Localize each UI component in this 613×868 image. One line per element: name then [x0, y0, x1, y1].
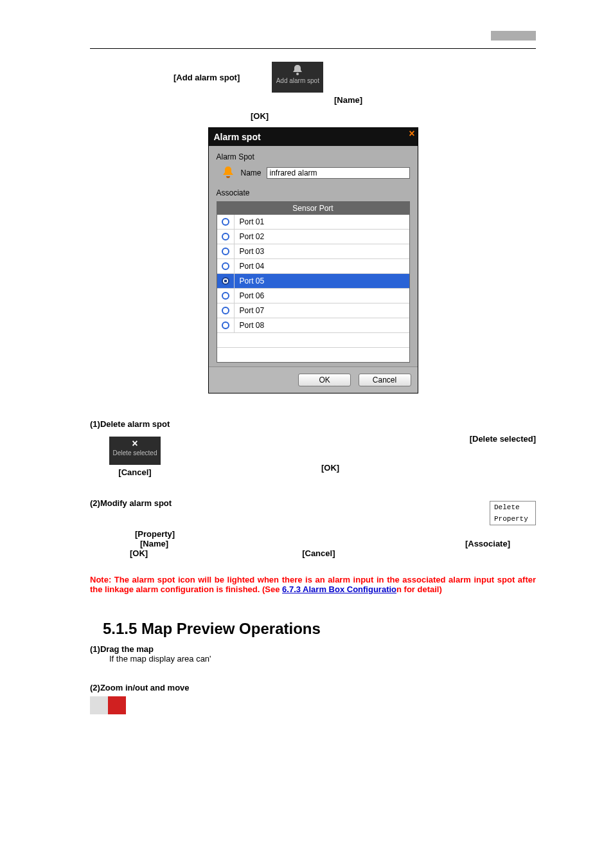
port-row[interactable]: Port 02: [217, 229, 409, 244]
header-grey-block: [491, 31, 536, 41]
associate-label: Associate: [217, 188, 410, 197]
label-ok-2: [OK]: [321, 463, 339, 473]
label-ok-3: [OK]: [130, 548, 148, 558]
heading-drag-the-map: (1)Drag the map: [90, 644, 536, 654]
bell-icon: [291, 64, 304, 76]
radio-icon[interactable]: [222, 321, 229, 329]
radio-icon[interactable]: [222, 218, 229, 226]
close-icon[interactable]: ×: [409, 129, 414, 138]
ctx-menu-property[interactable]: Property: [490, 513, 535, 525]
port-label: Port 07: [235, 306, 409, 315]
text-drag-body: If the map display area can': [109, 654, 536, 664]
context-menu: Delete Property: [490, 501, 536, 525]
alarm-spot-dialog: Alarm spot × Alarm Spot Name Associate S…: [208, 127, 418, 393]
port-row[interactable]: Port 05: [217, 273, 409, 288]
ctx-menu-delete[interactable]: Delete: [490, 502, 535, 513]
svg-point-0: [296, 73, 299, 75]
link-alarm-box-config[interactable]: 6.7.3 Alarm Box Configuratio: [282, 584, 396, 594]
swatch-red: [108, 696, 126, 714]
cancel-button[interactable]: Cancel: [359, 374, 411, 386]
label-delete-selected: [Delete selected]: [470, 434, 536, 444]
heading-5-1-5: 5.1.5 Map Preview Operations: [103, 620, 536, 638]
delete-selected-tile-label: Delete selected: [113, 449, 157, 457]
delete-selected-tile[interactable]: × Delete selected: [109, 437, 161, 465]
add-alarm-spot-tile[interactable]: Add alarm spot: [272, 62, 323, 93]
sensor-port-table: Sensor Port Port 01Port 02Port 03Port 04…: [217, 201, 410, 363]
label-associate: [Associate]: [465, 539, 510, 548]
label-cancel-1: [Cancel]: [118, 467, 151, 477]
heading-delete-alarm-spot: (1)Delete alarm spot: [90, 419, 536, 429]
radio-icon[interactable]: [222, 307, 229, 314]
dialog-titlebar: Alarm spot ×: [209, 128, 418, 146]
port-row[interactable]: Port 03: [217, 244, 409, 258]
heading-modify-alarm-spot: (2)Modify alarm spot: [90, 498, 490, 508]
color-swatches: [90, 696, 536, 714]
port-label: Port 03: [235, 247, 409, 256]
close-x-icon: ×: [109, 439, 161, 448]
radio-icon[interactable]: [222, 292, 229, 300]
label-name-2: [Name]: [140, 539, 168, 548]
port-label: Port 05: [235, 276, 409, 285]
radio-icon[interactable]: [222, 262, 229, 270]
port-row[interactable]: Port 04: [217, 258, 409, 273]
name-field-label: Name: [241, 168, 262, 177]
group-alarm-spot-label: Alarm Spot: [217, 152, 410, 161]
dialog-title-text: Alarm spot: [214, 132, 261, 142]
label-ok-top: [OK]: [251, 111, 269, 121]
radio-icon[interactable]: [222, 277, 229, 285]
port-label: Port 08: [235, 321, 409, 330]
swatch-grey: [90, 696, 108, 714]
ok-button[interactable]: OK: [298, 374, 351, 386]
header-rule: [90, 48, 536, 49]
alarm-icon: [220, 165, 236, 181]
radio-icon[interactable]: [222, 233, 229, 240]
port-row[interactable]: Port 06: [217, 288, 409, 303]
heading-zoom-in-out: (2)Zoom in/out and move: [90, 683, 536, 692]
port-label: Port 06: [235, 291, 409, 300]
radio-icon[interactable]: [222, 248, 229, 255]
label-cancel-2: [Cancel]: [302, 548, 335, 558]
port-row[interactable]: Port 08: [217, 318, 409, 332]
sensor-port-header: Sensor Port: [217, 202, 409, 215]
note-text: Note: The alarm spot icon will be lighte…: [90, 575, 536, 594]
label-property: [Property]: [135, 529, 175, 539]
label-name: [Name]: [334, 95, 362, 105]
port-label: Port 02: [235, 232, 409, 241]
port-label: Port 04: [235, 262, 409, 271]
name-input[interactable]: [267, 167, 410, 179]
label-add-alarm-spot: [Add alarm spot]: [173, 73, 240, 82]
add-alarm-spot-tile-label: Add alarm spot: [276, 77, 319, 84]
port-label: Port 01: [235, 217, 409, 226]
port-row[interactable]: Port 07: [217, 303, 409, 318]
port-row[interactable]: Port 01: [217, 215, 409, 229]
